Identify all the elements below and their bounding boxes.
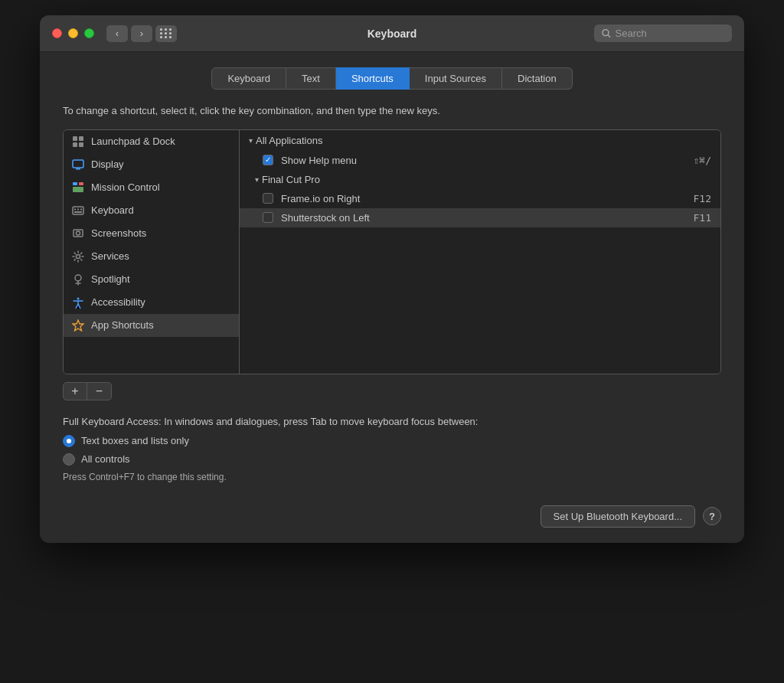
svg-rect-9 <box>79 182 83 185</box>
shortcut-label-frame-io: Frame.io on Right <box>281 193 694 204</box>
group-all-applications[interactable]: ▾ All Applications <box>240 130 720 151</box>
svg-rect-13 <box>77 208 79 210</box>
sidebar-label-services: Services <box>91 250 129 262</box>
remove-shortcut-button[interactable]: − <box>87 382 112 400</box>
sidebar-label-mission-control: Mission Control <box>91 181 160 193</box>
mission-control-icon <box>71 181 85 194</box>
svg-rect-4 <box>73 142 77 147</box>
content-area: Keyboard Text Shortcuts Input Sources Di… <box>40 52 744 543</box>
search-bar[interactable] <box>594 25 732 42</box>
sidebar-item-accessibility[interactable]: Accessibility <box>64 291 239 314</box>
svg-line-1 <box>608 35 610 38</box>
tab-keyboard[interactable]: Keyboard <box>211 67 286 90</box>
svg-rect-7 <box>76 168 80 170</box>
shortcut-row-show-help[interactable]: ✓ Show Help menu ⇧⌘/ <box>240 151 720 170</box>
app-shortcuts-icon <box>71 319 85 332</box>
shortcut-row-frame-io[interactable]: Frame.io on Right F12 <box>240 189 720 208</box>
svg-point-0 <box>603 30 609 36</box>
maximize-button[interactable] <box>84 28 94 38</box>
sidebar-item-display[interactable]: Display <box>64 153 239 176</box>
fka-label: Full Keyboard Access: In windows and dia… <box>63 416 721 427</box>
svg-rect-11 <box>73 207 83 214</box>
checkbox-frame-io[interactable] <box>263 193 273 204</box>
tab-shortcuts[interactable]: Shortcuts <box>336 67 410 90</box>
svg-point-17 <box>77 231 80 235</box>
checkbox-shutterstock[interactable] <box>263 212 273 223</box>
radio-text-boxes[interactable] <box>63 435 75 447</box>
accessibility-icon <box>71 296 85 309</box>
svg-rect-8 <box>73 182 77 185</box>
shortcut-label-show-help: Show Help menu <box>281 155 694 166</box>
triangle-icon: ▾ <box>249 136 253 145</box>
grid-view-button[interactable] <box>155 25 177 42</box>
sidebar-item-mission-control[interactable]: Mission Control <box>64 176 239 199</box>
tab-text[interactable]: Text <box>286 67 336 90</box>
svg-point-19 <box>75 275 81 281</box>
close-button[interactable] <box>52 28 62 38</box>
svg-rect-5 <box>79 142 83 147</box>
sidebar-item-keyboard[interactable]: Keyboard <box>64 199 239 222</box>
help-button[interactable]: ? <box>703 507 721 525</box>
add-shortcut-button[interactable]: + <box>63 382 87 400</box>
shortcuts-list: ▾ All Applications ✓ Show Help menu ⇧⌘/ … <box>240 130 720 374</box>
grid-icon <box>160 28 172 38</box>
services-icon <box>71 250 85 263</box>
empty-area <box>240 227 720 342</box>
checkbox-show-help[interactable]: ✓ <box>263 155 273 165</box>
radio-option-text-boxes[interactable]: Text boxes and lists only <box>63 435 721 447</box>
shortcut-label-shutterstock: Shutterstock on Left <box>281 212 694 224</box>
screenshots-icon <box>71 227 85 240</box>
shortcuts-panel: Launchpad & Dock Display <box>63 129 721 374</box>
back-button[interactable]: ‹ <box>106 25 128 42</box>
svg-rect-3 <box>79 136 83 141</box>
radio-label-all-controls: All controls <box>81 453 130 465</box>
sidebar-label-keyboard: Keyboard <box>91 204 134 216</box>
back-icon: ‹ <box>116 28 119 39</box>
forward-button[interactable]: › <box>131 25 152 42</box>
radio-dot <box>67 439 71 443</box>
sidebar-label-app-shortcuts: App Shortcuts <box>91 319 154 331</box>
search-input[interactable] <box>616 28 724 39</box>
sidebar-item-app-shortcuts[interactable]: App Shortcuts <box>64 314 239 337</box>
sidebar-label-screenshots: Screenshots <box>91 227 146 239</box>
group-final-cut-pro[interactable]: ▾ Final Cut Pro <box>240 170 720 189</box>
shortcut-row-shutterstock[interactable]: Shutterstock on Left F11 <box>240 208 720 227</box>
shortcut-key-frame-io: F12 <box>694 193 711 204</box>
tab-input-sources[interactable]: Input Sources <box>410 67 502 90</box>
keyboard-icon <box>71 204 85 217</box>
bluetooth-keyboard-button[interactable]: Set Up Bluetooth Keyboard... <box>541 505 695 528</box>
shortcut-key-show-help: ⇧⌘/ <box>694 155 711 166</box>
category-sidebar: Launchpad & Dock Display <box>64 130 240 374</box>
svg-rect-6 <box>73 160 83 168</box>
sidebar-label-display: Display <box>91 158 124 170</box>
radio-option-all-controls[interactable]: All controls <box>63 453 721 466</box>
svg-rect-2 <box>73 136 77 141</box>
sidebar-item-screenshots[interactable]: Screenshots <box>64 222 239 245</box>
svg-rect-10 <box>73 187 83 192</box>
sidebar-item-services[interactable]: Services <box>64 245 239 268</box>
search-icon <box>602 28 611 38</box>
launchpad-icon <box>71 135 85 149</box>
instruction-text: To change a shortcut, select it, click t… <box>63 103 721 119</box>
checkmark-icon: ✓ <box>265 156 271 164</box>
sidebar-item-spotlight[interactable]: Spotlight <box>64 268 239 291</box>
svg-rect-14 <box>80 208 82 210</box>
window-title: Keyboard <box>368 28 417 40</box>
display-icon <box>71 158 85 172</box>
keyboard-preferences-window: ‹ › Keyboard Keyboard Text <box>40 15 744 543</box>
svg-rect-12 <box>74 208 76 210</box>
radio-all-controls[interactable] <box>63 453 75 466</box>
tab-dictation[interactable]: Dictation <box>502 67 573 90</box>
panel-action-buttons: + − <box>63 382 721 400</box>
svg-marker-23 <box>73 320 83 331</box>
sidebar-item-launchpad[interactable]: Launchpad & Dock <box>64 130 239 153</box>
minimize-button[interactable] <box>68 28 78 38</box>
spotlight-icon <box>71 273 85 286</box>
group-label-final-cut-pro: Final Cut Pro <box>262 174 320 185</box>
fka-hint: Press Control+F7 to change this setting. <box>63 472 721 482</box>
traffic-lights <box>52 28 94 38</box>
group-label-all-applications: All Applications <box>256 135 322 146</box>
bottom-action-row: Set Up Bluetooth Keyboard... ? <box>63 498 721 528</box>
full-keyboard-access-section: Full Keyboard Access: In windows and dia… <box>63 416 721 482</box>
svg-point-22 <box>77 297 80 299</box>
